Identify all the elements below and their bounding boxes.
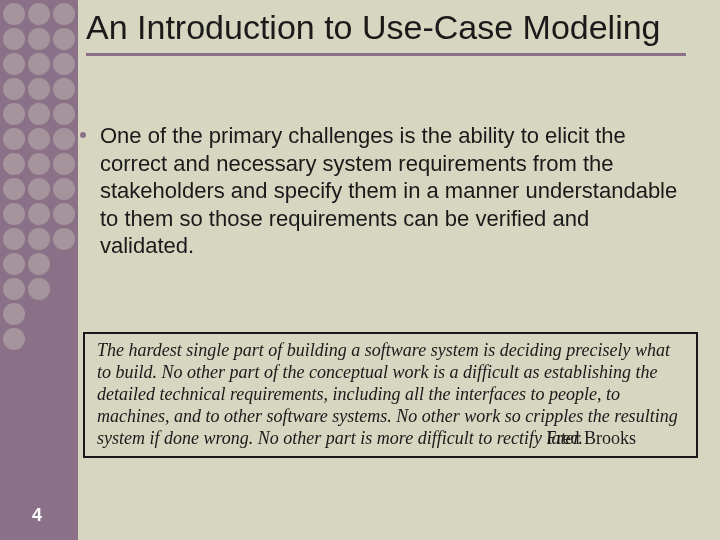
bullet-paragraph: One of the primary challenges is the abi…	[100, 122, 685, 260]
decorative-sidebar	[0, 0, 78, 540]
quote-author: Fred Brooks	[547, 428, 637, 450]
page-number: 4	[32, 505, 42, 526]
quote-box: The hardest single part of building a so…	[83, 332, 698, 458]
bullet-text: One of the primary challenges is the abi…	[100, 123, 677, 258]
slide-title: An Introduction to Use-Case Modeling	[86, 8, 686, 56]
bullet-dot-icon	[80, 132, 86, 138]
